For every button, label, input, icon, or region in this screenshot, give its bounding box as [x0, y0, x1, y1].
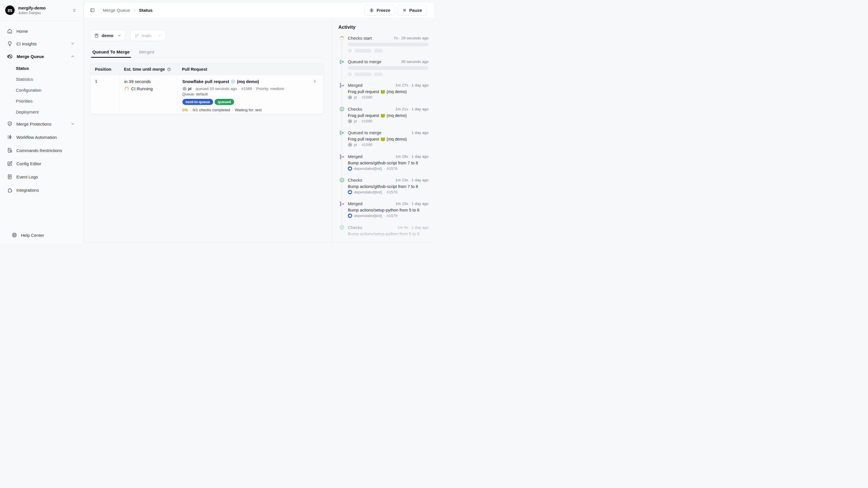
queue-table: Position Est. time until merge Pull Requ…	[90, 63, 324, 114]
sidebar-item-merge-protections[interactable]: Merge Protections	[0, 117, 83, 131]
chevron-right-icon	[133, 8, 136, 12]
sidebar-item-label: Statistics	[16, 77, 33, 82]
chevron-down-icon	[71, 42, 75, 46]
chevron-down-icon	[71, 122, 75, 126]
sidebar-item-label: Status	[16, 66, 29, 71]
sidebar-item-integrations[interactable]: Integrations	[0, 183, 83, 197]
activity-item-merged[interactable]: Merged 1m 27s · 1 day ago Frog pull requ…	[332, 83, 434, 106]
row-position: 1	[91, 75, 120, 114]
waiting-for: Waiting for: test	[235, 108, 262, 112]
sidebar-item-event-logs[interactable]: Event Logs	[0, 170, 83, 183]
sidebar-item-priorities[interactable]: Priorities	[0, 95, 83, 106]
activity-pr-number: #1590	[362, 95, 373, 99]
activity-pr-title: Frog pull request 🐸 (mq demo)	[348, 137, 429, 142]
activity-label: Checks	[348, 106, 362, 112]
row-eta-cell: in 39 seconds CI Running	[120, 75, 178, 114]
tab-queued-to-merge[interactable]: Queued To Merge	[91, 50, 131, 58]
skeleton-circle	[348, 49, 352, 53]
sidebar-item-home[interactable]: Home	[0, 25, 83, 37]
help-center-link[interactable]: Help Center	[0, 230, 83, 240]
activity-time: 1m 13s · 1 day ago	[395, 178, 429, 183]
help-circle-icon[interactable]	[167, 67, 171, 71]
pause-button[interactable]: Pause	[398, 5, 427, 16]
skeleton-bar	[354, 73, 372, 76]
bot-avatar	[348, 190, 352, 194]
sidebar-item-ci-insights[interactable]: CI Insights	[0, 37, 83, 50]
activity-item-queued[interactable]: Queued to merge 35 seconds ago	[332, 59, 434, 83]
sidebar-item-merge-queue[interactable]: Merge Queue	[0, 50, 83, 63]
activity-time: 35 seconds ago	[401, 59, 429, 64]
badge-next-in-queue: next-in-queue	[182, 99, 213, 105]
breadcrumb-section[interactable]: Merge Queue	[103, 8, 130, 13]
activity-item-merged[interactable]: Merged 1m 15s · 1 day ago Bump actions/s…	[332, 201, 434, 225]
pr-badges: next-in-queue queued	[182, 99, 319, 105]
sidebar-item-statistics[interactable]: Statistics	[0, 74, 83, 85]
activity-label: Queued to merge	[348, 130, 381, 135]
pr-queue-name: Queue: default	[182, 92, 319, 96]
repository-select[interactable]: demo	[90, 30, 125, 41]
activity-item-checks[interactable]: Checks 1m 21s · 1 day ago Frog pull requ…	[332, 106, 434, 130]
activity-item-checks-start[interactable]: Checks start 7s · 29 seconds ago	[332, 35, 434, 59]
pr-priority: Priority: medium	[256, 86, 284, 91]
activity-item-merged[interactable]: Merged 1m 19s · 1 day ago Bump actions/g…	[332, 154, 434, 177]
activity-pr-meta: jd · #1590	[348, 119, 373, 123]
sidebar-item-label: Integrations	[17, 188, 39, 193]
workspace-meta: mergify-demo Julien Danjou	[18, 5, 46, 15]
spinner-icon	[339, 35, 345, 41]
activity-item-checks[interactable]: Checks 1m 9s · 1 day ago Bump actions/se…	[332, 225, 434, 242]
check-circle-icon	[339, 225, 345, 230]
sidebar-item-label: Merge Queue	[17, 54, 44, 59]
sidebar-item-workflow-automation[interactable]: Workflow Automation	[0, 131, 83, 144]
workspace-avatar: m	[5, 5, 14, 15]
sidebar-toggle-button[interactable]	[88, 6, 96, 15]
separator: ·	[232, 108, 233, 112]
branch-select[interactable]: main	[130, 30, 166, 41]
activity-author: jd	[354, 95, 357, 99]
chevron-up-icon	[71, 54, 75, 58]
workspace-switcher[interactable]: m mergify-demo Julien Danjou	[0, 0, 83, 21]
activity-pr-title: Bump actions/setup-python from 5 to 6	[348, 207, 429, 213]
queued-to-merge-icon	[339, 59, 345, 64]
sidebar-item-configuration[interactable]: Configuration	[0, 85, 83, 95]
activity-pr-number: #1590	[362, 119, 373, 123]
activity-pr-number: #1590	[362, 143, 373, 147]
queue-row[interactable]: 1 in 39 seconds CI Running Snowflake pul…	[91, 75, 323, 114]
activity-item-queued[interactable]: Queued to merge 1 day ago Frog pull requ…	[332, 130, 434, 153]
chevron-right-icon[interactable]	[312, 79, 317, 84]
chevron-down-icon	[158, 34, 162, 37]
help-center-label: Help Center	[21, 233, 44, 238]
activity-time: 1m 27s · 1 day ago	[395, 83, 429, 88]
sidebar-item-commands-restrictions[interactable]: Commands Restrictions	[0, 144, 83, 157]
chevrons-up-down-icon	[72, 8, 76, 12]
pr-queued-time: queued 33 seconds ago	[195, 86, 237, 91]
git-merge-icon	[339, 83, 345, 88]
sidebar-nav: Home CI Insights Merge Queue Status Stat…	[0, 25, 83, 197]
sidebar-item-config-editor[interactable]: Config Editor	[0, 157, 83, 170]
sidebar-item-label: Event Logs	[17, 174, 38, 179]
pr-number: #1589	[241, 86, 252, 91]
sidebar-item-label: Configuration	[16, 88, 41, 92]
pr-progress: 0% · 0/1 checks completed · Waiting for:…	[182, 108, 319, 112]
activity-pr-title: Bump actions/github-script from 7 to 8	[348, 161, 429, 166]
skeleton-bar	[374, 49, 383, 53]
snowflake-icon	[369, 8, 374, 12]
checks-completed: 0/1 checks completed	[193, 108, 230, 112]
sidebar-item-status[interactable]: Status	[0, 63, 83, 74]
tab-merged[interactable]: Merged	[138, 50, 155, 58]
activity-pr-title: Bump actions/setup-python from 5 to 6	[348, 231, 429, 236]
freeze-button[interactable]: Freeze	[365, 5, 395, 16]
skeleton-bar	[348, 66, 429, 70]
activity-pr-number: #1579	[386, 213, 398, 218]
activity-time: 7s · 29 seconds ago	[394, 36, 429, 41]
book-icon	[94, 33, 99, 38]
sidebar-item-deployment[interactable]: Deployment	[0, 106, 83, 117]
activity-item-checks[interactable]: Checks 1m 13s · 1 day ago Bump actions/g…	[332, 177, 434, 201]
activity-author: jd	[354, 143, 357, 147]
activity-pr-title: Frog pull request 🐸 (mq demo)	[348, 113, 429, 118]
home-icon	[7, 28, 13, 34]
activity-label: Merged	[348, 201, 363, 206]
activity-pr-meta: dependabot[bot] · #1578	[348, 190, 398, 194]
workspace-owner: Julien Danjou	[18, 11, 46, 15]
pause-label: Pause	[409, 8, 422, 12]
repository-value: demo	[102, 33, 114, 38]
